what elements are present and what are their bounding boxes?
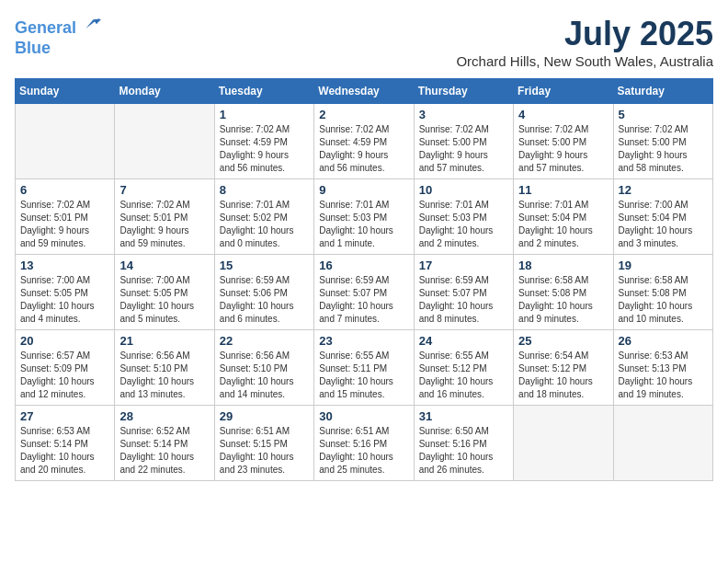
calendar-cell [16,104,115,179]
day-number: 20 [20,334,109,348]
day-info: Sunrise: 6:55 AMSunset: 5:11 PMDaylight:… [319,350,408,401]
day-number: 16 [319,259,408,272]
day-info: Sunrise: 7:02 AMSunset: 5:01 PMDaylight:… [20,199,109,250]
day-number: 18 [518,259,608,272]
day-info: Sunrise: 7:00 AMSunset: 5:04 PMDaylight:… [619,199,708,250]
day-info: Sunrise: 6:55 AMSunset: 5:12 PMDaylight:… [419,350,508,401]
day-info: Sunrise: 7:00 AMSunset: 5:05 PMDaylight:… [119,274,209,326]
day-number: 8 [220,183,309,197]
column-header-saturday: Saturday [613,79,712,104]
day-number: 14 [119,259,209,272]
day-number: 1 [220,108,309,121]
day-info: Sunrise: 7:01 AMSunset: 5:03 PMDaylight:… [319,199,408,250]
column-header-monday: Monday [115,79,214,104]
week-row-2: 6Sunrise: 7:02 AMSunset: 5:01 PMDaylight… [16,179,713,255]
calendar-cell: 11Sunrise: 7:01 AMSunset: 5:04 PMDayligh… [514,179,613,255]
day-number: 24 [419,334,508,348]
day-number: 23 [319,334,408,348]
calendar-cell [115,104,214,179]
calendar-cell: 23Sunrise: 6:55 AMSunset: 5:11 PMDayligh… [314,330,414,406]
day-number: 6 [20,183,109,197]
day-info: Sunrise: 6:59 AMSunset: 5:07 PMDaylight:… [319,274,408,326]
day-info: Sunrise: 7:02 AMSunset: 5:00 PMDaylight:… [518,123,608,175]
column-headers-row: SundayMondayTuesdayWednesdayThursdayFrid… [16,79,713,104]
day-info: Sunrise: 6:53 AMSunset: 5:14 PMDaylight:… [20,425,109,477]
calendar-cell: 28Sunrise: 6:52 AMSunset: 5:14 PMDayligh… [115,406,214,481]
day-number: 30 [319,409,408,423]
calendar-cell: 4Sunrise: 7:02 AMSunset: 5:00 PMDaylight… [514,104,613,179]
day-info: Sunrise: 7:00 AMSunset: 5:05 PMDaylight:… [20,274,109,326]
day-info: Sunrise: 7:01 AMSunset: 5:03 PMDaylight:… [419,199,508,250]
day-number: 5 [619,108,708,121]
day-info: Sunrise: 6:50 AMSunset: 5:16 PMDaylight:… [419,425,508,477]
day-info: Sunrise: 6:59 AMSunset: 5:07 PMDaylight:… [419,274,508,326]
calendar-cell: 14Sunrise: 7:00 AMSunset: 5:05 PMDayligh… [115,255,214,330]
day-info: Sunrise: 7:02 AMSunset: 5:00 PMDaylight:… [619,123,708,175]
calendar-cell: 30Sunrise: 6:51 AMSunset: 5:16 PMDayligh… [314,406,414,481]
calendar-cell [613,406,712,481]
calendar-cell: 31Sunrise: 6:50 AMSunset: 5:16 PMDayligh… [414,406,513,481]
day-info: Sunrise: 6:53 AMSunset: 5:13 PMDaylight:… [619,350,708,401]
column-header-thursday: Thursday [414,79,513,104]
day-info: Sunrise: 6:51 AMSunset: 5:15 PMDaylight:… [220,425,309,477]
calendar-cell: 17Sunrise: 6:59 AMSunset: 5:07 PMDayligh… [414,255,513,330]
day-info: Sunrise: 6:56 AMSunset: 5:10 PMDaylight:… [220,350,309,401]
day-info: Sunrise: 6:57 AMSunset: 5:09 PMDaylight:… [20,350,109,401]
week-row-1: 1Sunrise: 7:02 AMSunset: 4:59 PMDaylight… [16,104,713,179]
week-row-3: 13Sunrise: 7:00 AMSunset: 5:05 PMDayligh… [16,255,713,330]
calendar-cell: 8Sunrise: 7:01 AMSunset: 5:02 PMDaylight… [214,179,313,255]
day-info: Sunrise: 6:51 AMSunset: 5:16 PMDaylight:… [319,425,408,477]
day-number: 22 [220,334,309,348]
day-info: Sunrise: 7:02 AMSunset: 5:01 PMDaylight:… [119,199,209,250]
month-year-title: July 2025 [456,15,713,53]
title-block: July 2025 Orchard Hills, New South Wales… [456,15,713,69]
day-number: 28 [119,409,209,423]
calendar-cell: 2Sunrise: 7:02 AMSunset: 4:59 PMDaylight… [314,104,414,179]
calendar-cell: 1Sunrise: 7:02 AMSunset: 4:59 PMDaylight… [214,104,313,179]
calendar-cell: 21Sunrise: 6:56 AMSunset: 5:10 PMDayligh… [115,330,214,406]
day-number: 4 [518,108,608,121]
calendar-cell: 12Sunrise: 7:00 AMSunset: 5:04 PMDayligh… [613,179,712,255]
logo-line2: Blue [15,39,101,59]
column-header-sunday: Sunday [16,79,115,104]
logo-text: General [15,15,101,39]
day-number: 17 [419,259,508,272]
day-number: 3 [419,108,508,121]
calendar-cell: 9Sunrise: 7:01 AMSunset: 5:03 PMDaylight… [314,179,414,255]
day-info: Sunrise: 6:58 AMSunset: 5:08 PMDaylight:… [619,274,708,326]
calendar-cell: 3Sunrise: 7:02 AMSunset: 5:00 PMDaylight… [414,104,513,179]
day-number: 19 [619,259,708,272]
day-info: Sunrise: 7:02 AMSunset: 4:59 PMDaylight:… [220,123,309,175]
column-header-friday: Friday [514,79,613,104]
day-info: Sunrise: 6:56 AMSunset: 5:10 PMDaylight:… [119,350,209,401]
calendar-cell: 20Sunrise: 6:57 AMSunset: 5:09 PMDayligh… [16,330,115,406]
calendar-cell: 7Sunrise: 7:02 AMSunset: 5:01 PMDaylight… [115,179,214,255]
calendar-cell: 6Sunrise: 7:02 AMSunset: 5:01 PMDaylight… [16,179,115,255]
day-number: 13 [20,259,109,272]
calendar-cell: 18Sunrise: 6:58 AMSunset: 5:08 PMDayligh… [514,255,613,330]
logo: General Blue [15,15,101,58]
calendar-cell: 19Sunrise: 6:58 AMSunset: 5:08 PMDayligh… [613,255,712,330]
week-row-4: 20Sunrise: 6:57 AMSunset: 5:09 PMDayligh… [16,330,713,406]
day-info: Sunrise: 6:52 AMSunset: 5:14 PMDaylight:… [119,425,209,477]
day-info: Sunrise: 6:58 AMSunset: 5:08 PMDaylight:… [518,274,608,326]
day-number: 9 [319,183,408,197]
day-number: 29 [220,409,309,423]
day-number: 25 [518,334,608,348]
day-info: Sunrise: 6:59 AMSunset: 5:06 PMDaylight:… [220,274,309,326]
day-number: 10 [419,183,508,197]
day-number: 12 [619,183,708,197]
day-info: Sunrise: 7:02 AMSunset: 4:59 PMDaylight:… [319,123,408,175]
calendar-body: 1Sunrise: 7:02 AMSunset: 4:59 PMDaylight… [16,104,713,481]
day-info: Sunrise: 7:01 AMSunset: 5:02 PMDaylight:… [220,199,309,250]
calendar-cell: 22Sunrise: 6:56 AMSunset: 5:10 PMDayligh… [214,330,313,406]
day-number: 21 [119,334,209,348]
day-number: 7 [119,183,209,197]
calendar-cell: 24Sunrise: 6:55 AMSunset: 5:12 PMDayligh… [414,330,513,406]
calendar-cell: 5Sunrise: 7:02 AMSunset: 5:00 PMDaylight… [613,104,712,179]
column-header-wednesday: Wednesday [314,79,414,104]
location-text: Orchard Hills, New South Wales, Australi… [456,53,713,69]
day-number: 11 [518,183,608,197]
calendar-cell: 13Sunrise: 7:00 AMSunset: 5:05 PMDayligh… [16,255,115,330]
logo-arrow-icon [83,15,101,33]
